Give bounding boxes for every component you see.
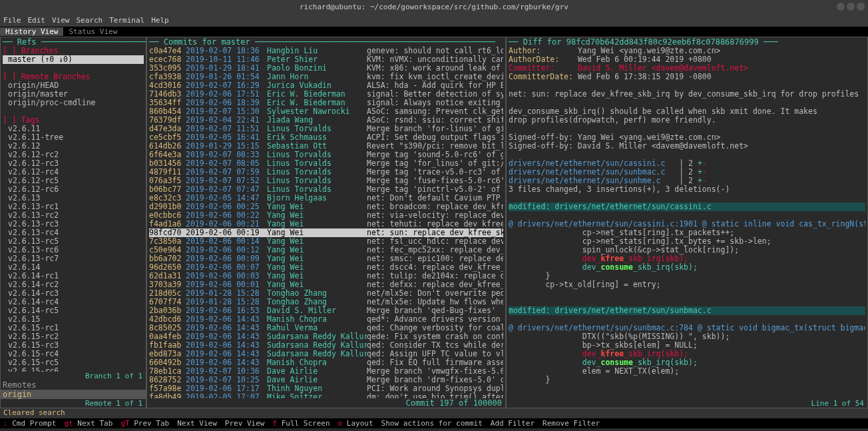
commit-row[interactable]: 860b4542019-02-07 15:30 Sylwester Nawroc… [149, 107, 503, 116]
commit-row[interactable]: fb1faab2019-02-06 14:43 Sudarsana Reddy … [149, 341, 503, 350]
tab-status-view[interactable]: Status View [63, 27, 122, 36]
commit-row[interactable]: ebd873a2019-02-06 14:43 Sudarsana Reddy … [149, 350, 503, 358]
commit-row[interactable]: 3703a392019-02-06 00:01 Yang Weinet: def… [149, 280, 503, 289]
diff-stat-3: drivers/net/ethernet/sun/sunhme.c [509, 177, 660, 185]
keybind-item: Add Filter [491, 419, 535, 428]
commit-row[interactable]: 42dbcd62019-02-06 14:43 Manish Chopraqed… [149, 315, 503, 324]
keybind-item: gT Prev Tab [120, 419, 169, 428]
commit-row[interactable]: d2901b02019-02-06 00:25 Yang Weinet: bro… [149, 203, 503, 211]
diff-authordate-value: Wed Feb 6 00:19:44 2019 +0800 [578, 55, 712, 64]
commit-row[interactable]: 76379df2019-02-04 22:41 Jiada WangASoC: … [149, 116, 503, 125]
diff-author-label: Author: [509, 47, 541, 55]
remote-status: Remote 1 of 1 [1, 399, 146, 408]
diff-signoff-1: Signed-off-by: Yang Wei <yang.wei9@zte.c… [509, 133, 865, 142]
commit-row[interactable]: f4ad1a62019-02-06 00:21 Yang Weinet: teh… [149, 220, 503, 228]
commit-row[interactable]: b06bc772019-02-07 07:47 Linus TorvaldsMe… [149, 185, 503, 194]
menu-terminal[interactable]: Terminal [109, 16, 144, 25]
commit-row[interactable]: 0aa4feb2019-02-06 14:43 Sudarsana Reddy … [149, 332, 503, 341]
diff-body-2: drop profiles(dropwatch, perf) more frie… [509, 116, 865, 125]
keybind-item: Next View [177, 419, 217, 428]
minimize-icon[interactable] [837, 3, 845, 11]
close-icon[interactable] [857, 3, 865, 11]
commit-row[interactable]: cfa39382019-01-26 01:54 Jann Hornkvm: fi… [149, 73, 503, 81]
menu-file[interactable]: File [3, 16, 21, 25]
commit-row[interactable]: 076a3f52019-02-07 07:52 Linus TorvaldsMe… [149, 177, 503, 185]
commit-row[interactable]: 353c0952019-01-29 18:41 Paolo BonziniKVM… [149, 64, 503, 73]
diff-committer-label: Committer: [509, 64, 554, 73]
diff-line-status: Line 1 of 54 [507, 399, 867, 408]
diff-pane: ── Diff for 98fcd70b642dd843f80c92eeb6f8… [506, 37, 868, 408]
keybind-item: Remove Filter [542, 419, 600, 428]
diff-mod-1: modified: drivers/net/ethernet/sun/cassi… [509, 203, 865, 211]
commits-status: Commit 197 of 100000 [406, 398, 503, 408]
window-titlebar: richard@ubuntu: ~/code/goworkspace/src/g… [0, 0, 868, 13]
commit-row[interactable]: bb6a7022019-02-06 00:09 Yang Weinet: sms… [149, 254, 503, 263]
keybind-item: o Layout [338, 419, 373, 428]
keybinding-bar: : Cmd Promptgt Next TabgT Prev Tab Next … [0, 418, 868, 428]
menu-search[interactable]: Search [77, 16, 103, 25]
diff-committerdate-label: CommitterDate: [509, 73, 573, 81]
commit-row[interactable]: f57a98e2019-02-06 17:17 Thinh NguyenPCI:… [149, 384, 503, 393]
remotes-value[interactable]: origin [1, 390, 146, 399]
commit-row[interactable]: ce5cbf52019-02-05 16:41 Erik SchmaussACP… [149, 133, 503, 142]
commit-row[interactable]: fa8db492019-02-05 17:07 Mike Snitzerdm: … [149, 393, 503, 398]
commit-row[interactable]: ecec7682019-10-11 11:46 Peter ShierKVM: … [149, 55, 503, 64]
menu-edit[interactable]: Edit [28, 16, 46, 25]
commit-row[interactable]: 98fcd702019-02-06 00:19 Yang Weinet: sun… [149, 228, 503, 237]
branch-status: Branch 1 of 1 [1, 372, 146, 380]
commit-row[interactable]: c0a47e42019-02-07 18:36 Hangbin Liugenev… [149, 47, 503, 55]
commit-row[interactable]: e8c32c32019-02-05 14:47 Bjorn Helgaasnet… [149, 194, 503, 203]
diff-stat-summary: 3 files changed, 3 insertions(+), 3 dele… [509, 185, 865, 194]
commit-row[interactable]: e0cbbc62019-02-06 00:22 Yang Weinet: via… [149, 211, 503, 220]
commit-row[interactable]: 4cd30162019-02-07 16:29 Jurica VukadinAL… [149, 81, 503, 90]
maximize-icon[interactable] [847, 3, 855, 11]
search-status: Cleared search [0, 408, 868, 418]
diff-committerdate-value: Wed Feb 6 17:38:15 2019 -0800 [578, 73, 712, 81]
view-tabs: History View Status View [0, 27, 868, 37]
diff-stat-2: drivers/net/ethernet/sun/sunbmac.c [509, 168, 665, 177]
commit-row[interactable]: 86287522019-02-07 10:25 Dave AirlieMerge… [149, 376, 503, 384]
commit-row[interactable]: c50e9642019-02-06 00:12 Yang Weinet: fec… [149, 246, 503, 254]
ref-item[interactable]: origin/proc-cmdline [3, 99, 144, 107]
commit-row[interactable]: 96d26502019-02-06 00:07 Yang Weinet: dsc… [149, 263, 503, 272]
menu-view[interactable]: View [52, 16, 70, 25]
diff-header: Diff for 98fcd70b642dd843f80c92eeb6f8c07… [523, 37, 759, 47]
commit-row[interactable]: 6707f742019-01-28 15:28 Tonghao Zhangnet… [149, 298, 503, 306]
diff-stat-1: drivers/net/ethernet/sun/cassini.c [509, 159, 665, 168]
tab-history-view[interactable]: History View [0, 27, 63, 36]
refs-pane: ── Refs ────────────────────── [ ] Branc… [0, 37, 146, 408]
menu-help[interactable]: Help [151, 16, 169, 25]
refs-header: Refs [17, 37, 37, 47]
commit-row[interactable]: 78eb1ca2019-02-07 10:36 Dave AirlieMerge… [149, 367, 503, 376]
commit-row[interactable]: 660492b2019-02-06 14:43 Manish Chopraqed… [149, 358, 503, 367]
commit-row[interactable]: 614db262019-01-29 15:15 Sebastian OttRev… [149, 142, 503, 151]
diff-mod-2: modified: drivers/net/ethernet/sun/sunbm… [509, 306, 865, 315]
remotes-label: Remotes [1, 380, 146, 390]
commits-pane: ── Commits for master ──────────────────… [146, 37, 506, 408]
commit-row[interactable]: 4879f112019-02-07 07:59 Linus TorvaldsMe… [149, 168, 503, 177]
window-title: richard@ubuntu: ~/code/goworkspace/src/g… [300, 3, 568, 11]
diff-committer-value: David S. Miller <davem@davemloft.net> [578, 64, 748, 73]
commit-row[interactable]: 62d1a312019-02-06 00:03 Yang Weinet: tul… [149, 272, 503, 280]
keybind-item: Prev View [225, 419, 265, 428]
keybind-item: gt Next Tab [64, 419, 112, 428]
diff-signoff-2: Signed-off-by: David S. Miller <davem@da… [509, 142, 865, 151]
commit-row[interactable]: 7c3850a2019-02-06 00:14 Yang Weinet: fsl… [149, 237, 503, 246]
ref-item[interactable]: master (↑0 ↓0) [3, 55, 144, 64]
commit-row[interactable]: d47e3da2019-02-07 11:51 Linus TorvaldsMe… [149, 125, 503, 133]
diff-authordate-label: AuthorDate: [509, 55, 559, 64]
commit-row[interactable]: 35634ff2019-02-06 18:39 Eric W. Biederma… [149, 99, 503, 107]
commit-row[interactable]: b0314562019-02-07 08:05 Linus TorvaldsMe… [149, 159, 503, 168]
commit-row[interactable]: 7146db32019-02-06 17:51 Eric W. Biederma… [149, 90, 503, 99]
diff-hunk-1: @ drivers/net/ethernet/sun/cassini.c:190… [509, 220, 865, 228]
diff-hunk-2: @ drivers/net/ethernet/sun/sunbmac.c:784… [509, 324, 865, 332]
keybind-item: f Full Screen [272, 419, 329, 428]
commit-row[interactable]: 8c850252019-02-06 14:43 Rahul Vermaqed: … [149, 324, 503, 332]
diff-body-1: dev_consume_skb_irq() should be called w… [509, 107, 865, 116]
commit-row[interactable]: 2ba036b2019-02-06 16:53 David S. MillerM… [149, 306, 503, 315]
commit-row[interactable]: 218d05c2019-01-28 15:28 Tonghao Zhangnet… [149, 289, 503, 298]
diff-subject: net: sun: replace dev_kfree_skb_irq by d… [509, 90, 865, 99]
commit-row[interactable]: 6f64e3a2019-02-07 08:33 Linus TorvaldsMe… [149, 151, 503, 159]
keybind-item: Show actions for commit [381, 419, 483, 428]
ref-item[interactable]: v2.6.15-rc6 [3, 367, 144, 372]
